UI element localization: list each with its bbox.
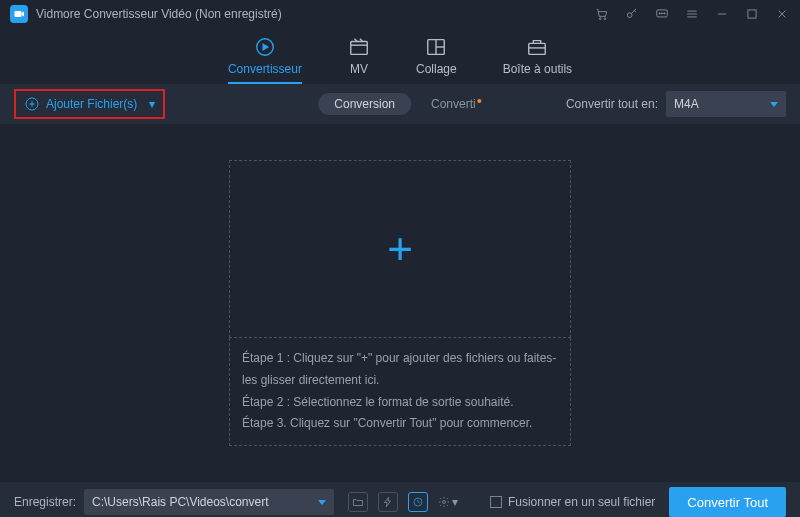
checkbox-icon xyxy=(490,496,502,508)
settings-icon[interactable]: ▾ xyxy=(438,492,458,512)
svg-point-1 xyxy=(599,18,601,20)
svg-point-7 xyxy=(664,13,665,14)
add-files-button[interactable]: Ajouter Fichier(s) ▾ xyxy=(14,89,165,119)
hardware-accel-icon[interactable] xyxy=(378,492,398,512)
notification-dot-icon xyxy=(478,99,482,103)
dropzone: + Étape 1 : Cliquez sur "+" pour ajouter… xyxy=(229,160,571,445)
svg-point-2 xyxy=(604,18,606,20)
instruction-step1: Étape 1 : Cliquez sur "+" pour ajouter d… xyxy=(242,348,558,391)
app-logo xyxy=(10,5,28,23)
output-format-select[interactable]: M4A xyxy=(666,91,786,117)
svg-rect-0 xyxy=(15,11,22,17)
titlebar: Vidmore Convertisseur Vidéo (Non enregis… xyxy=(0,0,800,28)
tab-label: Collage xyxy=(416,62,457,76)
save-to-label: Enregistrer: xyxy=(14,495,76,509)
svg-rect-16 xyxy=(351,42,368,55)
dropzone-add-button[interactable]: + xyxy=(229,160,571,338)
merge-checkbox[interactable]: Fusionner en un seul fichier xyxy=(490,495,655,509)
svg-rect-12 xyxy=(748,10,756,18)
app-title: Vidmore Convertisseur Vidéo (Non enregis… xyxy=(36,7,282,21)
tab-collage[interactable]: Collage xyxy=(416,36,457,84)
convert-all-to-label: Convertir tout en: xyxy=(566,97,658,111)
minimize-icon[interactable] xyxy=(714,6,730,22)
tab-label: MV xyxy=(350,62,368,76)
svg-point-27 xyxy=(443,501,446,504)
cart-icon[interactable] xyxy=(594,6,610,22)
footer: Enregistrer: C:\Users\Rais PC\Videos\con… xyxy=(0,482,800,517)
main-area: + Étape 1 : Cliquez sur "+" pour ajouter… xyxy=(0,124,800,482)
merge-label: Fusionner en un seul fichier xyxy=(508,495,655,509)
convert-all-button[interactable]: Convertir Tout xyxy=(669,487,786,517)
dropzone-instructions: Étape 1 : Cliquez sur "+" pour ajouter d… xyxy=(229,338,571,445)
svg-point-6 xyxy=(661,13,662,14)
tab-mv[interactable]: MV xyxy=(348,36,370,84)
tab-label: Convertisseur xyxy=(228,62,302,76)
feedback-icon[interactable] xyxy=(654,6,670,22)
converted-label: Converti xyxy=(431,97,476,111)
chevron-down-icon: ▾ xyxy=(149,97,155,111)
plus-icon: + xyxy=(387,224,413,274)
open-folder-icon[interactable] xyxy=(348,492,368,512)
tab-toolbox[interactable]: Boîte à outils xyxy=(503,36,572,84)
conversion-label: Conversion xyxy=(334,97,395,111)
chevron-down-icon xyxy=(318,500,326,505)
svg-rect-21 xyxy=(529,43,546,54)
instruction-step2: Étape 2 : Sélectionnez le format de sort… xyxy=(242,392,558,414)
format-value: M4A xyxy=(674,97,699,111)
instruction-step3: Étape 3. Cliquez sur "Convertir Tout" po… xyxy=(242,413,558,435)
high-speed-icon[interactable] xyxy=(408,492,428,512)
menu-icon[interactable] xyxy=(684,6,700,22)
add-files-label: Ajouter Fichier(s) xyxy=(46,97,137,111)
key-icon[interactable] xyxy=(624,6,640,22)
chevron-down-icon xyxy=(770,102,778,107)
svg-point-5 xyxy=(659,13,660,14)
convert-all-label: Convertir Tout xyxy=(687,495,768,510)
tab-conversion[interactable]: Conversion xyxy=(318,93,411,115)
tab-converted[interactable]: Converti xyxy=(431,97,482,111)
toolbar: Ajouter Fichier(s) ▾ Conversion Converti… xyxy=(0,84,800,124)
main-tabs: Convertisseur MV Collage Boîte à outils xyxy=(0,28,800,84)
tab-label: Boîte à outils xyxy=(503,62,572,76)
save-path-value: C:\Users\Rais PC\Videos\convert xyxy=(92,495,269,509)
maximize-icon[interactable] xyxy=(744,6,760,22)
tab-converter[interactable]: Convertisseur xyxy=(228,36,302,84)
svg-point-3 xyxy=(627,13,632,18)
save-path-select[interactable]: C:\Users\Rais PC\Videos\convert xyxy=(84,489,334,515)
close-icon[interactable] xyxy=(774,6,790,22)
